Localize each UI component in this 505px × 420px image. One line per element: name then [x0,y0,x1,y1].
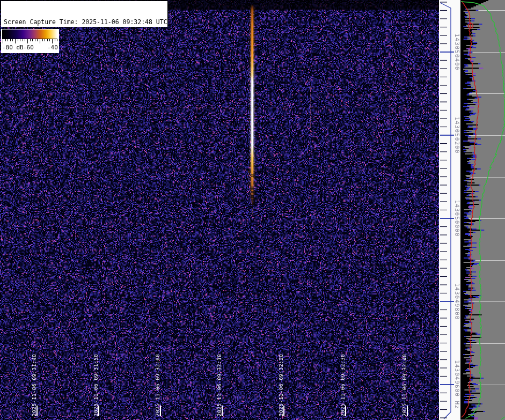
colorbar-tick [27,39,28,43]
colorbar-tick [32,39,33,41]
frequency-label: 143050200 [453,117,460,154]
live-spectrum-canvas [460,0,505,420]
colorbar-tick [57,39,57,41]
colorbar-tick [8,39,8,41]
colorbar-gradient [2,30,57,39]
colorbar-tick [10,39,11,41]
colorbar-tick [12,39,13,41]
colorbar-tick [15,39,16,43]
colorbar-tick [37,39,38,41]
colorbar-tick [47,39,48,41]
colorbar-tick [45,39,45,41]
live-spectrum-panel [460,0,505,420]
colorbar-tick [18,39,18,41]
frequency-label: 143050000 [453,200,460,237]
spectrum-lab-capture: 2025-11-06 09:31:402025-11-06 09:31:5020… [0,0,505,420]
colorbar-tick [20,39,20,41]
colorbar-tick [35,39,35,41]
colorbar-tick [23,39,23,41]
colorbar-label: -40 [47,44,58,51]
colorbar-tick [42,39,43,41]
frequency-ruler: 1430504001430502001430500001430498001430… [439,0,460,420]
colorbar-tick [52,39,53,43]
colorbar-tick [55,39,55,41]
intensity-colorbar: -80 dB-60-40 [1,29,59,53]
colorbar-tick [3,39,3,43]
colorbar-tick [30,39,31,41]
colorbar-tick [40,39,40,43]
config-text: Config = V8 [4,68,167,77]
colorbar-labels: -80 dB-60-40 [2,44,58,52]
colorbar-tick [25,39,25,41]
capture-time-text: Screen Capture Time: 2025-11-06 09:32:48… [4,18,167,27]
capture-info-box: Screen Capture Time: 2025-11-06 09:32:48… [1,1,168,27]
frequency-label: 143050400 [453,34,460,71]
frequency-label: 143049800 [453,283,460,320]
colorbar-tick [49,39,50,41]
colorbar-label: -80 dB [2,44,24,51]
colorbar-ticks [2,39,57,44]
frequency-label: 143049600 Hz [453,360,460,409]
colorbar-tick [5,39,6,41]
colorbar-label: -60 [23,44,34,51]
